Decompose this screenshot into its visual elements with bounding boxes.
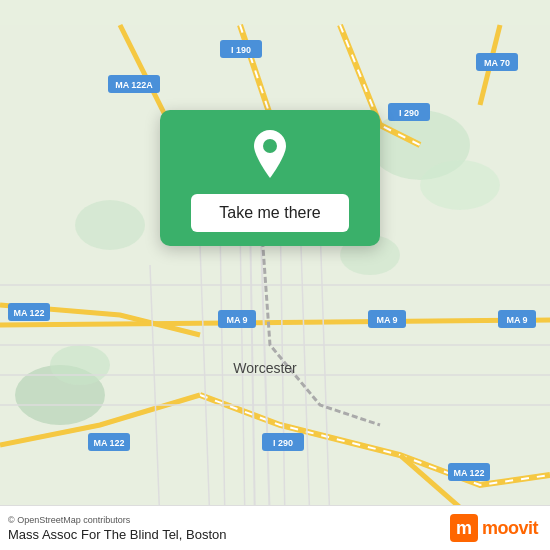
svg-text:I 290: I 290	[399, 108, 419, 118]
svg-text:Worcester: Worcester	[233, 360, 297, 376]
svg-text:MA 9: MA 9	[376, 315, 397, 325]
location-name: Mass Assoc For The Blind Tel, Boston	[8, 527, 226, 542]
svg-text:I 190: I 190	[231, 45, 251, 55]
svg-point-5	[75, 200, 145, 250]
map-container: I 190 MA 122A I 190 MA 70 I 290 MA 122 M…	[0, 0, 550, 550]
osm-credit: © OpenStreetMap contributors	[8, 515, 226, 525]
svg-text:MA 122: MA 122	[93, 438, 124, 448]
moovit-name: moovit	[482, 518, 538, 539]
bottom-left: © OpenStreetMap contributors Mass Assoc …	[8, 515, 226, 542]
take-me-there-button[interactable]: Take me there	[191, 194, 348, 232]
svg-point-2	[50, 345, 110, 385]
moovit-letter: m	[450, 514, 478, 542]
svg-text:MA 122: MA 122	[453, 468, 484, 478]
moovit-logo[interactable]: m moovit	[450, 514, 538, 542]
svg-text:MA 9: MA 9	[506, 315, 527, 325]
svg-text:MA 9: MA 9	[226, 315, 247, 325]
location-card: Take me there	[160, 110, 380, 246]
svg-text:MA 122: MA 122	[13, 308, 44, 318]
location-pin-icon	[244, 128, 296, 180]
svg-point-32	[263, 139, 277, 153]
svg-text:MA 122A: MA 122A	[115, 80, 153, 90]
map-background: I 190 MA 122A I 190 MA 70 I 290 MA 122 M…	[0, 0, 550, 550]
svg-point-4	[420, 160, 500, 210]
svg-text:MA 70: MA 70	[484, 58, 510, 68]
svg-text:I 290: I 290	[273, 438, 293, 448]
bottom-bar: © OpenStreetMap contributors Mass Assoc …	[0, 505, 550, 550]
